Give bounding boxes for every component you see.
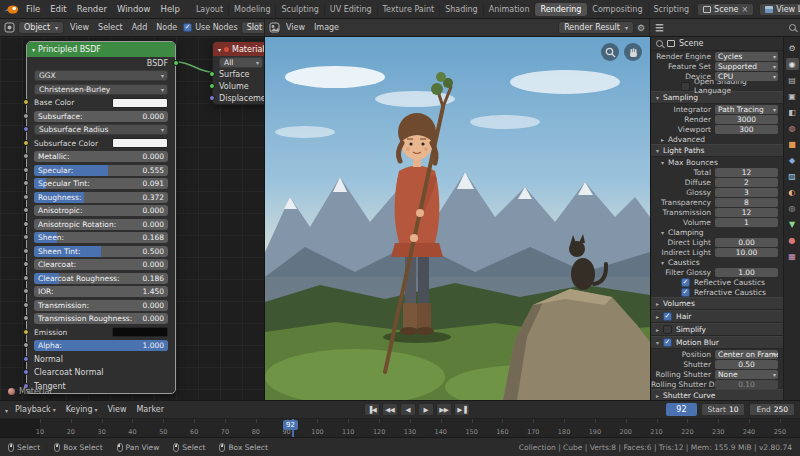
topbar-menu-item[interactable]: Edit xyxy=(45,4,71,14)
distribution-select[interactable]: GGX xyxy=(34,70,168,81)
editor-type-chevron-icon[interactable] xyxy=(5,405,8,415)
output-target-row[interactable]: All xyxy=(213,56,265,68)
sheen-slider[interactable]: Sheen: 0.168 xyxy=(34,232,168,243)
use-nodes-checkbox[interactable] xyxy=(183,23,192,32)
transport-button[interactable]: ◀ xyxy=(400,403,416,416)
output-row-surface[interactable]: Surface xyxy=(213,68,265,80)
principled-row-transmission-roughness[interactable]: Transmission Roughness: 0.000 xyxy=(27,312,175,326)
principled-row-ior[interactable]: IOR: 1.450 xyxy=(27,285,175,299)
principled-row-base-color[interactable]: Base Color xyxy=(27,96,175,110)
output-row-displacement[interactable]: Displacement xyxy=(213,92,265,104)
slot-select[interactable]: Slot 1 xyxy=(241,21,265,34)
input-socket[interactable] xyxy=(23,342,29,348)
motion-blur-checkbox[interactable] xyxy=(663,338,672,347)
principled-node-header[interactable]: Principled BSDF xyxy=(27,42,175,57)
current-frame-field[interactable]: 92 xyxy=(666,403,696,416)
principled-row-emission[interactable]: Emission xyxy=(27,326,175,340)
volume-bounces-field[interactable]: 1 xyxy=(715,218,778,227)
principled-bsdf-node[interactable]: Principled BSDF BSDF GGX Christensen-Bur… xyxy=(26,41,176,394)
filter-glossy-field[interactable]: 1.00 xyxy=(715,268,778,277)
select-menu[interactable]: Select xyxy=(95,23,126,32)
input-socket[interactable] xyxy=(23,221,29,227)
workspace-tab-shading[interactable]: Shading xyxy=(440,3,484,16)
section-light-paths[interactable]: Light Paths xyxy=(651,144,783,157)
principled-row-distribution[interactable]: GGX xyxy=(27,69,175,83)
output-row-volume[interactable]: Volume xyxy=(213,80,265,92)
timeline-playhead[interactable]: 92 xyxy=(292,419,294,437)
properties-tab-object-data-icon[interactable] xyxy=(786,218,799,230)
render-samples-field[interactable]: 3000 xyxy=(715,115,778,124)
principled-row-metallic[interactable]: Metallic: 0.000 xyxy=(27,150,175,164)
view-layer-selector[interactable]: View Layer xyxy=(759,3,800,16)
topbar-menu-item[interactable]: File xyxy=(21,4,45,14)
topbar-menu-item[interactable]: Help xyxy=(155,4,184,14)
input-socket[interactable] xyxy=(23,329,29,335)
glossy-bounces-field[interactable]: 3 xyxy=(715,188,778,197)
principled-row-alpha[interactable]: Alpha: 1.000 xyxy=(27,339,175,353)
transmission-roughness-slider[interactable]: Transmission Roughness: 0.000 xyxy=(34,313,168,324)
transport-button[interactable]: ▶▐ xyxy=(454,403,470,416)
node-menu[interactable]: Node xyxy=(153,23,180,32)
start-frame-field[interactable]: Start 10 xyxy=(701,403,746,416)
input-socket[interactable] xyxy=(23,140,29,146)
section-clamping[interactable]: Clamping xyxy=(651,227,783,237)
mode-select[interactable]: Object xyxy=(18,21,64,34)
clearcoat-slider[interactable]: Clearcoat: 0.000 xyxy=(34,259,168,270)
principled-row-subsurface-radius[interactable]: Subsurface Radius xyxy=(27,123,175,137)
workspace-tab-scripting[interactable]: Scripting xyxy=(649,3,696,16)
principled-row-specular-tint[interactable]: Specular Tint: 0.091 xyxy=(27,177,175,191)
simplify-checkbox[interactable] xyxy=(663,325,672,334)
specular-slider[interactable]: Specular: 0.555 xyxy=(34,165,168,176)
marker-menu[interactable]: Marker xyxy=(133,405,167,414)
end-frame-field[interactable]: End 250 xyxy=(749,403,795,416)
input-socket[interactable] xyxy=(23,194,29,200)
shader-node-editor[interactable]: Principled BSDF BSDF GGX Christensen-Bur… xyxy=(0,37,265,400)
section-caustics[interactable]: Caustics xyxy=(651,257,783,267)
mb-shutter-field[interactable]: 0.50 xyxy=(715,360,778,369)
anisotropic-rotation-slider[interactable]: Anisotropic Rotation: 0.000 xyxy=(34,219,168,230)
workspace-tab-texture-paint[interactable]: Texture Paint xyxy=(378,3,441,16)
image-editor-type-icon[interactable] xyxy=(269,22,280,33)
osl-checkbox[interactable] xyxy=(681,82,690,91)
collapse-icon[interactable] xyxy=(218,45,221,54)
section-motion-blur[interactable]: Motion Blur xyxy=(651,336,783,349)
ior-field[interactable]: IOR: 1.450 xyxy=(34,286,168,297)
principled-row-bsdf-output[interactable]: BSDF xyxy=(27,57,175,69)
subsurface-slider[interactable]: Subsurface: 0.000 xyxy=(34,111,168,122)
principled-row-roughness[interactable]: Roughness: 0.372 xyxy=(27,191,175,205)
properties-tab-physics-icon[interactable] xyxy=(786,186,799,198)
output-target-select[interactable]: All xyxy=(219,57,263,68)
keying-menu[interactable]: Keying xyxy=(63,405,101,414)
sheen-tint-slider[interactable]: Sheen Tint: 0.500 xyxy=(34,246,168,257)
section-volumes[interactable]: Volumes xyxy=(651,297,783,310)
input-socket[interactable] xyxy=(23,234,29,240)
rolling-shutter-duration-field[interactable]: 0.10 xyxy=(715,380,778,389)
principled-row-sheen-tint[interactable]: Sheen Tint: 0.500 xyxy=(27,245,175,259)
gear-icon[interactable] xyxy=(637,23,645,33)
input-socket[interactable] xyxy=(23,180,29,186)
blender-logo-icon[interactable] xyxy=(4,4,19,15)
section-hair[interactable]: Hair xyxy=(651,310,783,323)
anisotropic-slider[interactable]: Anisotropic: 0.000 xyxy=(34,205,168,216)
input-socket[interactable] xyxy=(23,99,29,105)
principled-row-anisotropic-rotation[interactable]: Anisotropic Rotation: 0.000 xyxy=(27,218,175,232)
input-socket[interactable] xyxy=(23,302,29,308)
direct-light-field[interactable]: 0.00 xyxy=(715,238,778,247)
specular-tint-slider[interactable]: Specular Tint: 0.091 xyxy=(34,178,168,189)
workspace-tab-modeling[interactable]: Modeling xyxy=(229,3,276,16)
image-menu[interactable]: Image xyxy=(311,23,342,32)
material-output-header[interactable]: Material Out... xyxy=(213,42,265,56)
transmission-bounces-field[interactable]: 12 xyxy=(715,208,778,217)
principled-row-normal[interactable]: Normal xyxy=(27,353,175,367)
scene-selector[interactable]: Scene xyxy=(697,3,754,16)
workspace-tab-uv-editing[interactable]: UV Editing xyxy=(325,3,378,16)
input-socket[interactable] xyxy=(23,126,29,132)
view-menu[interactable]: View xyxy=(104,405,129,414)
rolling-shutter-select[interactable]: None xyxy=(715,370,778,379)
input-socket[interactable] xyxy=(23,167,29,173)
input-socket[interactable] xyxy=(23,315,29,321)
properties-tab-particles-icon[interactable] xyxy=(786,170,799,182)
workspace-tab-layout[interactable]: Layout xyxy=(191,3,229,16)
input-socket[interactable] xyxy=(23,207,29,213)
workspace-tab-rendering[interactable]: Rendering xyxy=(535,3,587,16)
